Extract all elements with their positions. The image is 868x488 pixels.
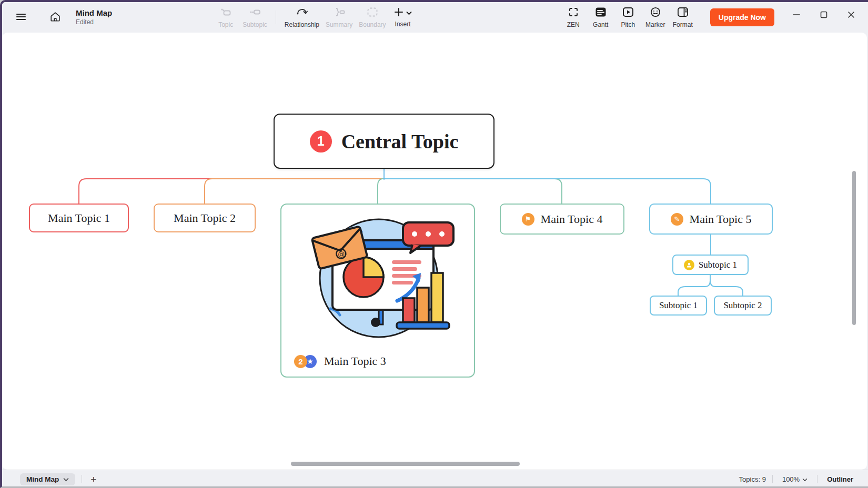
add-sheet-button[interactable]: +	[88, 474, 98, 484]
topic-icon	[219, 6, 232, 19]
topic-button: Topic	[212, 5, 239, 29]
toolbar-separator	[276, 11, 276, 24]
priority-1-marker-icon: 1	[310, 130, 332, 152]
insert-button[interactable]: Insert	[389, 6, 417, 29]
subtopic-child-2-label: Subtopic 2	[723, 300, 762, 311]
insert-label: Insert	[395, 21, 411, 28]
gantt-button[interactable]: Gantt	[587, 5, 614, 29]
format-button[interactable]: Format	[669, 5, 697, 29]
document-title: Mind Map	[76, 8, 112, 17]
sheet-tab-mind-map[interactable]: Mind Map	[20, 473, 75, 485]
subtopic-label: Subtopic	[243, 21, 267, 28]
main-topic-5-node[interactable]: ✎ Main Topic 5	[649, 204, 773, 235]
subtopic-child-2-node[interactable]: Subtopic 2	[714, 296, 772, 316]
hamburger-icon	[15, 11, 27, 25]
document-status: Edited	[76, 19, 112, 26]
pitch-label: Pitch	[621, 21, 635, 28]
format-panel-icon	[677, 6, 689, 19]
sheet-tab-label: Mind Map	[26, 475, 59, 483]
presentation-illustration: @	[300, 214, 458, 342]
statusbar-separator	[772, 475, 773, 483]
gantt-label: Gantt	[593, 21, 608, 28]
relationship-label: Relationship	[285, 21, 319, 28]
subtopic-parent-label: Subtopic 1	[699, 260, 737, 270]
chevron-down-icon	[406, 9, 412, 17]
outliner-button[interactable]: Outliner	[824, 475, 856, 484]
window-maximize-button[interactable]	[810, 6, 837, 24]
boundary-button: Boundary	[356, 5, 389, 29]
topics-count: Topics: 9	[739, 475, 766, 483]
marker-button[interactable]: Marker	[642, 5, 669, 29]
hamburger-menu-button[interactable]	[13, 8, 29, 27]
topic-label: Topic	[218, 21, 233, 28]
close-icon	[847, 11, 855, 20]
person-marker-icon	[684, 260, 694, 270]
summary-label: Summary	[326, 21, 352, 28]
summary-button: Summary	[322, 5, 356, 29]
toolbar: Mind Map Edited Topic Subtopic Relations…	[2, 2, 868, 33]
mindmap-canvas[interactable]: 1 Central Topic Main Topic 1 Main Topic …	[2, 33, 867, 470]
main-topic-1-node[interactable]: Main Topic 1	[29, 204, 129, 232]
zen-icon	[568, 6, 579, 19]
main-topic-2-label: Main Topic 2	[174, 211, 236, 225]
main-topic-3-node[interactable]: @ 2 ★ Main Topic 3	[280, 204, 475, 378]
main-topic-5-label: Main Topic 5	[690, 212, 752, 226]
upgrade-now-button[interactable]: Upgrade Now	[710, 8, 774, 26]
subtopic-button: Subtopic	[239, 5, 270, 29]
marker-label: Marker	[645, 21, 665, 28]
zen-label: ZEN	[567, 21, 580, 28]
main-topic-4-label: Main Topic 4	[541, 212, 603, 226]
horizontal-scrollbar[interactable]	[291, 462, 520, 466]
boundary-icon	[366, 6, 379, 19]
maximize-icon	[820, 11, 827, 20]
pencil-marker-icon: ✎	[671, 213, 683, 226]
status-bar: Mind Map + Topics: 9 100% Outliner	[2, 470, 868, 488]
relationship-icon	[295, 6, 309, 19]
chevron-down-icon	[63, 475, 69, 483]
chevron-down-icon	[802, 475, 808, 483]
central-topic-label: Central Topic	[341, 130, 459, 153]
priority-2-marker-icon: 2	[294, 355, 307, 368]
window-close-button[interactable]	[837, 6, 865, 24]
gantt-icon	[594, 6, 607, 19]
main-topic-3-markers: 2 ★	[294, 355, 317, 368]
pitch-button[interactable]: Pitch	[614, 5, 642, 29]
flag-marker-icon: ⚑	[522, 213, 534, 226]
subtopic-child-1-node[interactable]: Subtopic 1	[650, 296, 707, 316]
relationship-button[interactable]: Relationship	[281, 5, 322, 29]
window-minimize-button[interactable]	[783, 6, 810, 24]
app-window: Mind Map Edited Topic Subtopic Relations…	[0, 0, 868, 488]
marker-smiley-icon	[650, 6, 661, 19]
subtopic-icon	[249, 6, 261, 19]
main-topic-2-node[interactable]: Main Topic 2	[154, 204, 256, 232]
zoom-level-value: 100%	[782, 475, 800, 483]
document-title-block: Mind Map Edited	[76, 8, 112, 26]
pitch-icon	[622, 6, 634, 19]
zen-button[interactable]: ZEN	[560, 5, 587, 29]
main-topic-4-node[interactable]: ⚑ Main Topic 4	[500, 204, 624, 235]
minimize-icon	[793, 11, 800, 20]
home-button[interactable]	[47, 9, 63, 26]
boundary-label: Boundary	[359, 21, 386, 28]
zoom-level-button[interactable]: 100%	[779, 475, 811, 484]
main-topic-1-label: Main Topic 1	[48, 211, 110, 225]
statusbar-separator	[817, 475, 817, 483]
home-icon	[49, 11, 61, 24]
format-label: Format	[673, 21, 693, 28]
main-topic-3-label: Main Topic 3	[324, 354, 386, 368]
subtopic-child-1-label: Subtopic 1	[659, 300, 698, 311]
window-controls	[783, 2, 865, 24]
vertical-scrollbar[interactable]	[852, 171, 856, 325]
summary-icon	[332, 6, 346, 19]
central-topic-node[interactable]: 1 Central Topic	[274, 114, 494, 169]
statusbar-separator	[82, 475, 82, 483]
plus-icon	[393, 7, 404, 19]
subtopic-parent-node[interactable]: Subtopic 1	[672, 255, 749, 275]
